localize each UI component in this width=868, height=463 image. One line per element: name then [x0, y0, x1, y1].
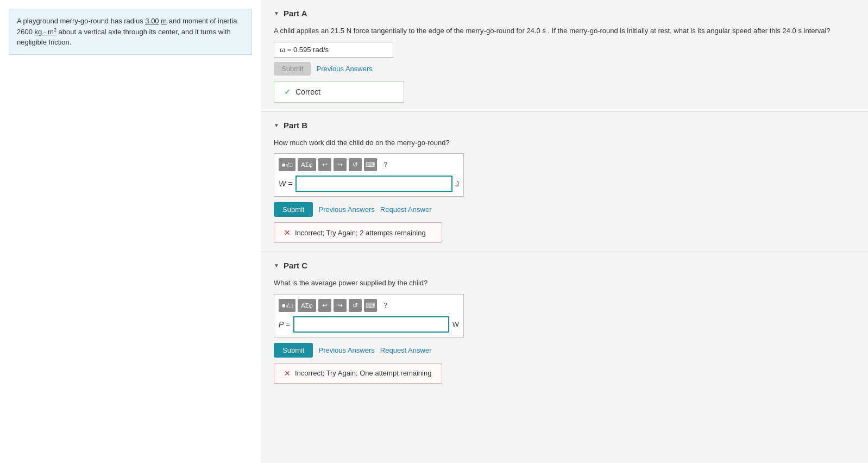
part-c-radical-btn[interactable]: ■√□	[279, 299, 295, 312]
part-b-incorrect-box: ✕ Incorrect; Try Again; 2 attempts remai…	[274, 222, 442, 243]
part-a-header: ▼ Part A	[274, 9, 855, 18]
part-b-chevron-icon[interactable]: ▼	[274, 122, 279, 128]
part-c-previous-answers-link[interactable]: Previous Answers	[318, 346, 374, 354]
part-b-question: How much work did the child do on the me…	[274, 137, 855, 148]
part-c-undo-icon[interactable]: ↩	[318, 299, 331, 312]
part-c-section: ▼ Part C What is the average power suppl…	[261, 252, 868, 392]
part-c-reset-icon[interactable]: ↺	[349, 299, 362, 312]
part-b-answer-input[interactable]	[295, 176, 452, 192]
part-b-unit: J	[456, 180, 460, 188]
part-b-math-editor: ■√□ ΑΣφ ↩ ↪ ↺ ⌨ ? W = J	[274, 153, 464, 197]
part-a-question: A child applies an 21.5 N force tangenti…	[274, 26, 855, 36]
part-b-redo-icon[interactable]: ↪	[334, 158, 347, 171]
part-b-section: ▼ Part B How much work did the child do …	[261, 112, 868, 252]
part-c-incorrect-x-icon: ✕	[284, 369, 291, 378]
part-c-header: ▼ Part C	[274, 261, 855, 270]
part-c-greek-btn[interactable]: ΑΣφ	[298, 299, 316, 312]
part-b-reset-icon[interactable]: ↺	[349, 158, 362, 171]
part-b-label: Part B	[284, 121, 307, 130]
part-c-unit: W	[452, 320, 459, 328]
part-b-header: ▼ Part B	[274, 121, 855, 130]
part-c-incorrect-text: Incorrect; Try Again; One attempt remain…	[295, 369, 431, 377]
right-panel: ✓ ▼ Part A A child applies an 21.5 N for…	[261, 0, 868, 463]
part-a-answer-row: ω = 0.595 rad/s	[274, 42, 855, 58]
part-c-toolbar: ■√□ ΑΣφ ↩ ↪ ↺ ⌨ ?	[279, 299, 459, 312]
part-b-input-row: W = J	[279, 176, 459, 192]
part-b-toolbar: ■√□ ΑΣφ ↩ ↪ ↺ ⌨ ?	[279, 158, 459, 171]
part-a-submit-row: Submit Previous Answers	[274, 62, 855, 76]
part-b-help-icon[interactable]: ?	[379, 158, 392, 171]
part-a-correct-box: ✓ Correct	[274, 81, 404, 103]
part-a-answer-display: ω = 0.595 rad/s	[274, 42, 393, 58]
part-c-redo-icon[interactable]: ↪	[334, 299, 347, 312]
part-c-submit-button[interactable]: Submit	[274, 343, 313, 358]
part-c-math-editor: ■√□ ΑΣφ ↩ ↪ ↺ ⌨ ? P = W	[274, 294, 464, 337]
part-b-greek-btn[interactable]: ΑΣφ	[298, 158, 316, 171]
part-b-radical-btn[interactable]: ■√□	[279, 158, 295, 171]
part-a-chevron-icon[interactable]: ▼	[274, 10, 279, 16]
part-c-incorrect-box: ✕ Incorrect; Try Again; One attempt rema…	[274, 363, 442, 384]
part-c-submit-row: Submit Previous Answers Request Answer	[274, 343, 855, 358]
correct-checkmark-icon: ✓	[284, 87, 291, 97]
part-a-section: ▼ Part A A child applies an 21.5 N force…	[261, 0, 868, 111]
part-c-label: Part C	[284, 261, 307, 270]
problem-box: A playground merry-go-round has radius 3…	[9, 9, 252, 55]
part-c-chevron-icon[interactable]: ▼	[274, 262, 279, 268]
part-b-submit-row: Submit Previous Answers Request Answer	[274, 202, 855, 217]
problem-text: A playground merry-go-round has radius 3…	[17, 17, 237, 46]
part-b-incorrect-text: Incorrect; Try Again; 2 attempts remaini…	[295, 229, 426, 237]
part-b-undo-icon[interactable]: ↩	[318, 158, 331, 171]
part-b-keyboard-icon[interactable]: ⌨	[364, 158, 377, 171]
part-c-question: What is the average power supplied by th…	[274, 278, 855, 289]
part-c-request-answer-link[interactable]: Request Answer	[380, 346, 432, 354]
part-a-label: Part A	[284, 9, 307, 18]
part-c-input-row: P = W	[279, 316, 459, 333]
part-b-incorrect-x-icon: ✕	[284, 228, 291, 237]
part-c-help-icon[interactable]: ?	[379, 299, 392, 312]
correct-label: Correct	[295, 87, 320, 96]
part-b-submit-button[interactable]: Submit	[274, 202, 313, 217]
part-c-keyboard-icon[interactable]: ⌨	[364, 299, 377, 312]
part-b-request-answer-link[interactable]: Request Answer	[380, 205, 432, 214]
part-b-previous-answers-link[interactable]: Previous Answers	[318, 205, 374, 214]
part-a-submit-button[interactable]: Submit	[274, 62, 311, 76]
part-c-answer-input[interactable]	[293, 316, 449, 333]
part-c-math-label: P =	[279, 320, 290, 329]
left-panel: A playground merry-go-round has radius 3…	[0, 0, 261, 463]
part-a-previous-answers-link[interactable]: Previous Answers	[316, 65, 372, 73]
part-b-math-label: W =	[279, 179, 292, 188]
